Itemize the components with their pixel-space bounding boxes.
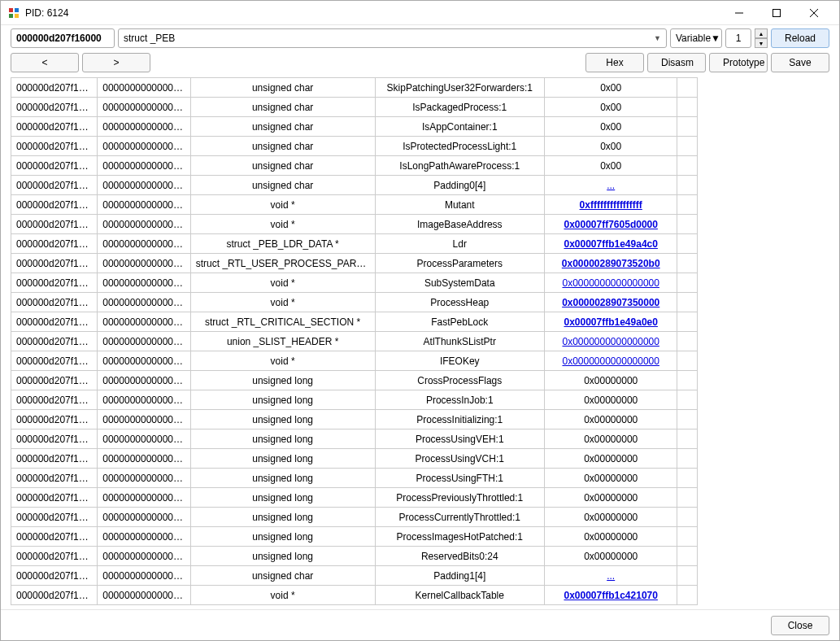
table-row[interactable]: 000000d207f160380000000000000038struct _… <box>11 312 698 332</box>
table-row[interactable]: 000000d207f160280000000000000028void *Su… <box>11 273 698 293</box>
struct-table-container[interactable]: 000000d207f160030000000000000003unsigned… <box>11 77 698 609</box>
reload-button[interactable]: Reload <box>771 28 829 48</box>
table-row[interactable]: 000000d207f160500000000000000050unsigned… <box>11 508 698 527</box>
cell-value: ... <box>544 176 677 195</box>
cell-value: 0x00 <box>544 98 677 117</box>
struct-select[interactable]: struct _PEB ▼ <box>118 28 667 48</box>
disasm-button[interactable]: Disasm <box>647 53 706 72</box>
cell-type: void * <box>190 195 375 215</box>
cell-name: ProcessUsingFTH:1 <box>375 469 544 488</box>
value-link[interactable]: 0x00007ff7605d0000 <box>564 219 657 230</box>
save-button[interactable]: Save <box>771 53 829 72</box>
cell-value: 0x00000000 <box>544 390 677 410</box>
cell-extra <box>677 156 698 176</box>
table-row[interactable]: 000000d207f160030000000000000003unsigned… <box>11 98 698 117</box>
table-row[interactable]: 000000d207f160030000000000000003unsigned… <box>11 137 698 156</box>
cell-offset: 0000000000000048 <box>98 351 190 371</box>
cell-type: void * <box>190 215 375 234</box>
table-row[interactable]: 000000d207f160030000000000000003unsigned… <box>11 156 698 176</box>
cell-type: unsigned long <box>190 527 375 547</box>
cell-offset: 0000000000000003 <box>98 78 190 98</box>
table-row[interactable]: 000000d207f160030000000000000003unsigned… <box>11 78 698 98</box>
nav-forward-button[interactable]: > <box>82 53 150 72</box>
minimize-button[interactable] <box>720 1 758 25</box>
table-row[interactable]: 000000d207f160500000000000000050unsigned… <box>11 469 698 488</box>
table-row[interactable]: 000000d207f160030000000000000003unsigned… <box>11 117 698 137</box>
table-row[interactable]: 000000d207f160500000000000000050unsigned… <box>11 390 698 410</box>
cell-value: 0x00000000 <box>544 488 677 508</box>
chevron-down-icon: ▼ <box>711 33 720 44</box>
table-row[interactable]: 000000d207f160580000000000000058void *Ke… <box>11 586 698 605</box>
cell-value: 0x00 <box>544 117 677 137</box>
cell-type: unsigned char <box>190 98 375 117</box>
table-row[interactable]: 000000d207f160500000000000000050unsigned… <box>11 410 698 430</box>
value-link[interactable]: 0x0000000000000000 <box>562 277 659 289</box>
cell-extra <box>677 566 698 586</box>
maximize-button[interactable] <box>758 1 795 25</box>
value-link[interactable]: 0x00007ffb1c421070 <box>564 590 657 601</box>
cell-offset: 0000000000000004 <box>98 176 190 195</box>
cell-address: 000000d207f16040 <box>11 332 98 351</box>
cell-type: void * <box>190 273 375 293</box>
cell-extra <box>677 293 698 312</box>
svg-rect-1 <box>15 8 19 12</box>
value-link[interactable]: 0x00007ffb1e49a4c0 <box>564 238 657 250</box>
table-row[interactable]: 000000d207f160500000000000000050unsigned… <box>11 488 698 508</box>
table-row[interactable]: 000000d207f160300000000000000030void *Pr… <box>11 293 698 312</box>
cell-name: SkipPatchingUser32Forwarders:1 <box>375 78 544 98</box>
table-row[interactable]: 000000d207f160040000000000000004unsigned… <box>11 176 698 195</box>
table-row[interactable]: 000000d207f160400000000000000040union _S… <box>11 332 698 351</box>
cell-value: 0x0000000000000000 <box>544 351 677 371</box>
table-row[interactable]: 000000d207f160500000000000000050unsigned… <box>11 371 698 390</box>
value-link[interactable]: 0x0000028907350000 <box>562 297 659 308</box>
cell-value: 0x00 <box>544 78 677 98</box>
variable-select-label: Variable <box>676 33 711 44</box>
cell-type: unsigned char <box>190 78 375 98</box>
table-row[interactable]: 000000d207f160500000000000000050unsigned… <box>11 527 698 547</box>
cell-offset: 0000000000000003 <box>98 117 190 137</box>
cell-address: 000000d207f16050 <box>11 390 98 410</box>
value-link[interactable]: 0x0000000000000000 <box>562 336 659 347</box>
value-link[interactable]: 0x0000000000000000 <box>562 355 659 367</box>
close-window-button[interactable] <box>795 1 833 25</box>
variable-select[interactable]: Variable ▼ <box>670 28 722 48</box>
count-up-button[interactable]: ▲ <box>755 28 768 38</box>
table-row[interactable]: 000000d207f160080000000000000008void *Mu… <box>11 195 698 215</box>
count-down-button[interactable]: ▼ <box>755 38 768 48</box>
address-input[interactable] <box>11 28 115 48</box>
cell-name: Ldr <box>375 234 544 254</box>
value-link[interactable]: ... <box>607 570 615 582</box>
table-row[interactable]: 000000d207f160540000000000000054unsigned… <box>11 566 698 586</box>
value-link[interactable]: 0x00000289073520b0 <box>562 258 660 269</box>
count-spinner: ▲ ▼ <box>755 28 768 48</box>
cell-name: ProcessImagesHotPatched:1 <box>375 527 544 547</box>
cell-type: unsigned char <box>190 117 375 137</box>
prototype-button[interactable]: Prototype <box>709 53 768 72</box>
value-link[interactable]: 0xffffffffffffffff <box>580 199 642 211</box>
hex-button[interactable]: Hex <box>585 53 644 72</box>
cell-offset: 0000000000000050 <box>98 430 190 449</box>
cell-address: 000000d207f16050 <box>11 469 98 488</box>
cell-offset: 0000000000000050 <box>98 390 190 410</box>
cell-offset: 0000000000000050 <box>98 527 190 547</box>
cell-type: union _SLIST_HEADER * <box>190 332 375 351</box>
cell-type: unsigned long <box>190 430 375 449</box>
table-row[interactable]: 000000d207f160180000000000000018struct _… <box>11 234 698 254</box>
cell-extra <box>677 430 698 449</box>
table-row[interactable]: 000000d207f160100000000000000010void *Im… <box>11 215 698 234</box>
table-row[interactable]: 000000d207f160500000000000000050unsigned… <box>11 430 698 449</box>
value-link[interactable]: ... <box>607 180 615 191</box>
cell-address: 000000d207f16038 <box>11 312 98 332</box>
close-button[interactable]: Close <box>771 616 829 635</box>
nav-back-button[interactable]: < <box>11 53 79 72</box>
table-row[interactable]: 000000d207f160200000000000000020struct _… <box>11 254 698 273</box>
value-link[interactable]: 0x00007ffb1e49a0e0 <box>564 316 657 328</box>
table-row[interactable]: 000000d207f160480000000000000048void *IF… <box>11 351 698 371</box>
cell-extra <box>677 215 698 234</box>
count-input[interactable] <box>725 28 751 48</box>
cell-name: IsPackagedProcess:1 <box>375 98 544 117</box>
table-row[interactable]: 000000d207f160500000000000000050unsigned… <box>11 449 698 469</box>
cell-value: 0x00007ff7605d0000 <box>544 215 677 234</box>
table-row[interactable]: 000000d207f160500000000000000050unsigned… <box>11 547 698 566</box>
cell-offset: 0000000000000050 <box>98 508 190 527</box>
